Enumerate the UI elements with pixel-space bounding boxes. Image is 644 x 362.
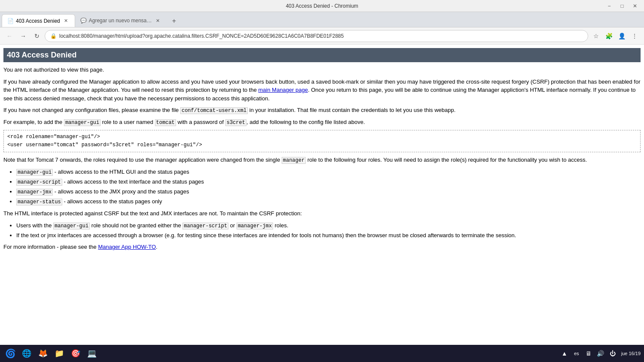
role-manager-jmx: manager-jmx - allows access to the JMX p… xyxy=(16,187,641,196)
role-manager-script: manager-script - allows access to the te… xyxy=(16,178,641,186)
back-button[interactable]: ← xyxy=(3,30,15,42)
tab-close-403[interactable]: ✕ xyxy=(63,18,70,24)
csrf-bullets-list: Users with the manager-gui role should n… xyxy=(16,221,641,240)
role-status-code: manager-status xyxy=(16,199,62,205)
manager-app-link-text: manager xyxy=(155,157,177,163)
tomcat-user-code: tomcat xyxy=(155,119,176,126)
reload-button[interactable]: ↻ xyxy=(31,30,43,42)
manager-gui-code-inline: manager-gui xyxy=(64,119,100,126)
tab-bar: 📄 403 Access Denied ✕ 💬 Agregar un nuevo… xyxy=(0,12,644,27)
config-file-code: conf/tomcat-users.xml xyxy=(180,107,248,114)
lock-icon: 🔒 xyxy=(50,33,57,39)
page-body: You are not authorized to view this page… xyxy=(3,66,641,251)
tab-agregar[interactable]: 💬 Agregar un nuevo mensa… ✕ xyxy=(75,14,167,27)
url-text: localhost:8080/manager/html/upload?org.a… xyxy=(59,33,344,39)
unauthorized-text: You are not authorized to view this page… xyxy=(3,66,641,74)
csrf-bullet-2: If the text or jmx interfaces are access… xyxy=(16,231,641,240)
minimize-button[interactable]: − xyxy=(604,2,615,10)
role-jmx-code: manager-jmx xyxy=(16,189,53,196)
menu-button[interactable]: ⋮ xyxy=(629,30,641,42)
nav-right-icons: ☆ 🧩 👤 ⋮ xyxy=(590,30,641,42)
roles-list: manager-gui - allows access to the HTML … xyxy=(16,168,641,206)
profile-button[interactable]: 👤 xyxy=(616,30,628,42)
csrf-protection-para: The HTML interface is protected against … xyxy=(3,209,641,218)
forward-button[interactable]: → xyxy=(17,30,29,42)
tomcat7-note: Note that for Tomcat 7 onwards, the role… xyxy=(3,156,641,164)
tab-close-agregar[interactable]: ✕ xyxy=(155,17,161,24)
howto-para: For more information - please see the Ma… xyxy=(3,243,641,251)
role-script-code: manager-script xyxy=(16,179,62,186)
extensions-button[interactable]: 🧩 xyxy=(603,30,615,42)
address-bar[interactable]: 🔒 localhost:8080/manager/html/upload?org… xyxy=(45,30,588,42)
bookmark-button[interactable]: ☆ xyxy=(590,30,602,42)
maximize-button[interactable]: □ xyxy=(617,2,628,10)
manager-role-code: manager xyxy=(282,157,306,164)
heading-text: 403 Access Denied xyxy=(7,51,76,59)
role-manager-gui: manager-gui - allows access to the HTML … xyxy=(16,168,641,176)
config-file-para: If you have not changed any configuratio… xyxy=(3,106,641,115)
csrf-explanation: If you have already configured the Manag… xyxy=(3,78,641,103)
title-bar: 403 Access Denied - Chromium − □ ✕ xyxy=(0,0,644,12)
window-title: 403 Access Denied - Chromium xyxy=(286,3,358,9)
xml-code-block: <role rolename="manager-gui"/> <user use… xyxy=(3,130,641,152)
csrf-script-code: manager-script xyxy=(182,223,228,229)
nav-bar: ← → ↻ 🔒 localhost:8080/manager/html/uplo… xyxy=(0,27,644,45)
close-button[interactable]: ✕ xyxy=(629,2,641,10)
code-line-2: <user username="tomcat" password="s3cret… xyxy=(7,141,637,149)
csrf-bullet-1: Users with the manager-gui role should n… xyxy=(16,221,641,230)
main-manager-link[interactable]: main Manager page xyxy=(258,87,308,93)
tab-favicon-agregar: 💬 xyxy=(80,18,86,24)
example-para: For example, to add the manager-gui role… xyxy=(3,118,641,127)
tab-favicon-403: 📄 xyxy=(7,18,13,24)
tab-label-403: 403 Access Denied xyxy=(16,18,60,24)
tab-label-agregar: Agregar un nuevo mensa… xyxy=(89,18,152,24)
howto-link[interactable]: Manager App HOW-TO xyxy=(98,244,156,250)
page-content: 403 Access Denied You are not authorized… xyxy=(0,45,644,263)
code-line-1: <role rolename="manager-gui"/> xyxy=(7,133,637,141)
new-tab-button[interactable]: + xyxy=(168,15,180,27)
s3cret-code: s3cret xyxy=(225,119,246,126)
window-controls: − □ ✕ xyxy=(604,2,641,10)
csrf-jmx-code: manager-jmx xyxy=(237,223,273,229)
page-heading: 403 Access Denied xyxy=(3,48,641,62)
role-gui-code: manager-gui xyxy=(16,169,53,176)
csrf-gui-code: manager-gui xyxy=(53,223,90,229)
tab-403[interactable]: 📄 403 Access Denied ✕ xyxy=(2,14,75,27)
role-manager-status: manager-status - allows access to the st… xyxy=(16,197,641,206)
